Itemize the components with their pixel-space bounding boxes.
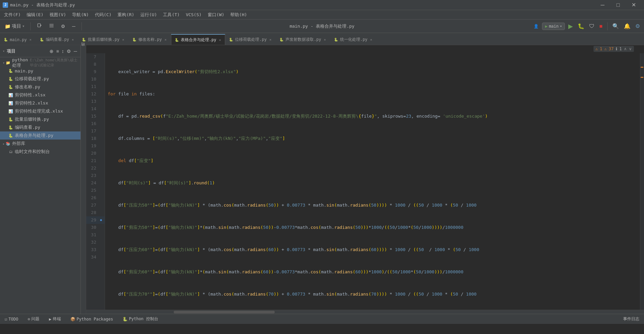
main-content: ▾ 项目 ⊕ ≡ ↕ ⚙ ─ ▾ 📁 python处理 E:\Zah_home\…: [0, 45, 644, 314]
config-button[interactable]: ⚙: [634, 22, 641, 31]
menu-bar: 文件(F) 编辑(E) 视图(V) 导航(N) 代码(C) 重构(R) 运行(U…: [0, 10, 644, 20]
event-log-label[interactable]: 事件日志: [621, 315, 641, 323]
todo-label: TODO: [8, 317, 18, 322]
notification-button[interactable]: 🔔: [622, 22, 632, 31]
debug-button[interactable]: 🐛: [576, 22, 586, 31]
menu-run[interactable]: 运行(U): [138, 10, 160, 19]
bottom-right: 事件日志: [621, 315, 641, 323]
menu-vcs[interactable]: VCS(S): [183, 11, 204, 19]
tree-item-main-py[interactable]: 🐍 main.py: [0, 67, 80, 75]
tab-label-ae: 声发射数据读取.py: [285, 37, 321, 42]
tab-displacement[interactable]: 🐍 位移荷载处理.py ✕: [225, 34, 276, 45]
separator-2: [81, 22, 82, 30]
menu-help[interactable]: 帮助(H): [228, 10, 249, 19]
tab-unify[interactable]: 🐍 统一化处理.py ✕: [330, 34, 377, 45]
list-btn[interactable]: ≡: [56, 48, 60, 55]
tab-close-main[interactable]: ✕: [29, 37, 32, 42]
tree-label-encode: 编码查看.py: [15, 124, 40, 130]
sidebar-collapse-btn[interactable]: ▾: [3, 49, 5, 53]
menu-edit[interactable]: 编辑(E): [24, 10, 46, 19]
h-scrollbar[interactable]: [86, 310, 644, 314]
menu-file[interactable]: 文件(F): [1, 10, 23, 19]
tree-item-xlsx2[interactable]: 📊 剪切特性2.xlsx: [0, 99, 80, 107]
tree-item-modify-py[interactable]: 🐍 修改名称.py: [0, 83, 80, 91]
python-console-tab[interactable]: 🐍 Python 控制台: [121, 315, 160, 323]
tree-item-encode-py[interactable]: 🐍 编码查看.py: [0, 123, 80, 131]
list-view-btn[interactable]: [47, 22, 56, 31]
next-error-btn[interactable]: ∨: [629, 47, 632, 51]
info-count: 1: [619, 47, 622, 51]
maximize-button[interactable]: □: [610, 0, 626, 10]
run-button[interactable]: ▶: [567, 21, 574, 31]
tab-close-unify[interactable]: ✕: [370, 37, 373, 42]
tab-close-batch[interactable]: ✕: [122, 37, 125, 42]
python-packages-tab[interactable]: 📦 Python Packages: [68, 315, 115, 323]
tab-main-py[interactable]: 🐍 main.py ✕: [0, 34, 36, 45]
sort-btn[interactable]: ↕: [61, 48, 65, 55]
tree-item-xlsx3[interactable]: 📊 剪切特性处理完成.xlsx: [0, 107, 80, 115]
code-line-14: df["剪应力50°"]=(df["轴向力(kN)"]*(math.sin(ma…: [108, 224, 637, 231]
sidebar-actions: ⊕ ≡ ↕ ⚙ ─: [49, 48, 78, 55]
prev-error-btn[interactable]: ∧: [624, 47, 627, 51]
tree-item-external-libs[interactable]: ▸ 📚 外部库: [0, 140, 80, 148]
branch-selector[interactable]: ▶ main ▾: [542, 23, 565, 30]
hide-btn[interactable]: ─: [70, 22, 77, 30]
menu-tools[interactable]: 工具(T): [160, 10, 182, 19]
project-dropdown[interactable]: 📁 项目 ▾: [3, 22, 26, 31]
add-btn[interactable]: ⊕: [49, 48, 54, 55]
main-file-title: main.py - 表格合并与处理.py: [290, 23, 354, 29]
sidebar: ▾ 项目 ⊕ ≡ ↕ ⚙ ─ ▾ 📁 python处理 E:\Zah_home\…: [0, 45, 81, 314]
code-line-17: df["压应力70°"]=(df["轴向力(kN)"] * (math.cos(…: [108, 291, 637, 298]
tab-close-ae[interactable]: ✕: [323, 37, 327, 42]
separator-3: [607, 22, 608, 30]
h-scroll-thumb[interactable]: [174, 311, 275, 313]
gutter-row-18: 18: [86, 135, 105, 142]
menu-navigate[interactable]: 导航(N): [69, 10, 91, 19]
problems-tab[interactable]: ⊙ 问题: [26, 315, 41, 323]
editor-wrapper: ⚠ 1 ⚠ 37 ℹ 1 ∧ ∨ 7 8 9: [86, 45, 644, 314]
tree-item-xlsx1[interactable]: 📊 剪切特性.xlsx: [0, 91, 80, 99]
tree-item-root-folder[interactable]: ▾ 📁 python处理 E:\Zah_home\周奥辉\硕士毕业\试验记录: [0, 59, 80, 67]
close-button[interactable]: ✕: [626, 0, 641, 10]
tree-label-disp: 位移荷载处理.py: [15, 76, 49, 82]
menu-code[interactable]: 代码(C): [92, 10, 114, 19]
tab-icon-ae: 🐍: [279, 38, 283, 41]
warning-count: 1: [600, 47, 602, 51]
settings-btn[interactable]: ⚙: [59, 22, 67, 30]
search-button[interactable]: 🔍: [611, 22, 620, 31]
terminal-label: 终端: [53, 316, 61, 322]
tab-modify-name[interactable]: 🐍 修改名称.py ✕: [129, 34, 171, 45]
tab-close-encode[interactable]: ✕: [71, 37, 74, 42]
menu-refactor[interactable]: 重构(R): [115, 10, 137, 19]
terminal-tab[interactable]: ▶ 终端: [47, 315, 63, 323]
hide-sidebar-btn[interactable]: ─: [73, 48, 78, 55]
code-editor[interactable]: excel_writer = pd.ExcelWriter("剪切特性2.xls…: [105, 53, 640, 310]
tab-close-disp[interactable]: ✕: [269, 37, 272, 42]
stop-button[interactable]: ■: [598, 22, 604, 31]
code-container[interactable]: 7 8 9 10 11: [86, 53, 644, 310]
tab-encode-check[interactable]: 🐍 编码查看.py ✕: [36, 34, 78, 45]
tree-item-merge-py[interactable]: 🐍 表格合并与处理.py: [0, 131, 80, 140]
menu-view[interactable]: 视图(V): [47, 10, 69, 19]
tree-item-batch-py[interactable]: 🐍 批量后缀转换.py: [0, 115, 80, 123]
app-icon: J: [3, 2, 8, 8]
tab-close-modify[interactable]: ✕: [164, 37, 167, 42]
structure-tab[interactable]: 结构: [80, 48, 87, 51]
gutter-row-17: 17: [86, 127, 105, 135]
tree-item-temp[interactable]: 🗂 临时文件和控制台: [0, 148, 80, 156]
tree-label-batch: 批量后缀转换.py: [15, 116, 49, 122]
tab-table-merge[interactable]: 🐍 表格合并与处理.py ✕: [171, 34, 226, 45]
tab-close-merge[interactable]: ✕: [218, 38, 222, 42]
code-line-10: df.columns = ["时间(s)","位移(mm)","轴向力(kN)"…: [108, 135, 637, 142]
settings-gear-btn[interactable]: ⚙: [66, 48, 72, 55]
tab-batch-rename[interactable]: 🐍 批量后缀转换.py ✕: [78, 34, 129, 45]
coverage-button[interactable]: 🛡: [588, 22, 596, 31]
tree-item-disp-py[interactable]: 🐍 位移荷载处理.py: [0, 75, 80, 83]
add-file-btn[interactable]: [35, 22, 44, 31]
todo-tab[interactable]: ☑ TODO: [3, 315, 20, 323]
menu-window[interactable]: 窗口(W): [205, 10, 227, 19]
terminal-icon: ▶: [49, 317, 51, 322]
minimize-button[interactable]: ─: [595, 0, 610, 10]
title-bar: J main.py - 表格合并与处理.py ─ □ ✕: [0, 0, 644, 10]
tab-ae-read[interactable]: 🐍 声发射数据读取.py ✕: [276, 34, 330, 45]
